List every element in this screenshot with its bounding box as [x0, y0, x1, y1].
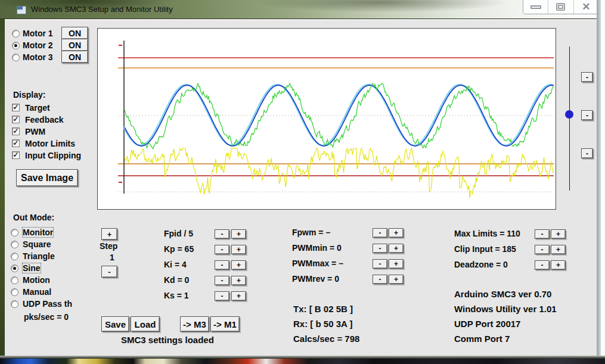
close-button[interactable]: ✕ [573, 0, 598, 14]
step-label: Step [100, 241, 117, 251]
ki-plus-button[interactable]: + [231, 260, 246, 270]
kp-minus-button[interactable]: - [215, 245, 229, 254]
taskbar-strip [0, 359, 605, 364]
ks-minus-button[interactable]: - [215, 291, 229, 301]
scale-slider-handle[interactable] [565, 110, 573, 119]
step-plus-button[interactable]: + [101, 228, 117, 240]
scale-upper-minus-button[interactable]: - [581, 72, 593, 82]
radio-sine-label: Sine [23, 263, 41, 273]
fpid-plus-button[interactable]: + [231, 229, 246, 239]
radio-square[interactable] [11, 241, 18, 248]
motor-3-label: Motor 3 [23, 52, 53, 62]
fpwm-minus-button[interactable]: - [373, 228, 387, 238]
pwmmax-plus-button[interactable]: + [389, 259, 404, 269]
settings-status-text: SMC3 settings loaded [121, 335, 214, 345]
kd-minus-button[interactable]: - [215, 276, 229, 285]
ki-minus-button[interactable]: - [215, 260, 229, 270]
radio-sine[interactable] [11, 265, 18, 272]
pwmmin-plus-button[interactable]: + [389, 244, 404, 253]
radio-udp-pass[interactable] [11, 300, 18, 308]
waveform-svg [98, 29, 556, 209]
fpwm-plus-button[interactable]: + [389, 228, 404, 238]
pwmrev-plus-button[interactable]: + [389, 275, 404, 284]
clip-input-value: Clip Input = 185 [454, 244, 516, 254]
pwmmax-value: PWMmax = – [292, 259, 343, 268]
window-controls: ✕ [523, 0, 599, 14]
load-button[interactable]: Load [131, 316, 160, 332]
radio-motion-label: Motion [23, 275, 50, 285]
ks-plus-button[interactable]: + [231, 291, 246, 301]
close-icon: ✕ [582, 2, 590, 12]
display-label: Display: [13, 90, 45, 99]
checkbox-input-clipping[interactable]: ✓ [12, 151, 20, 159]
checkbox-target[interactable]: ✓ [12, 104, 20, 111]
udp-port-text: UDP Port 20017 [454, 319, 520, 329]
checkbox-pwm[interactable]: ✓ [12, 127, 20, 135]
windows-utility-version-text: Windows Utility ver 1.01 [454, 304, 557, 314]
clip-input-plus-button[interactable]: + [551, 245, 566, 254]
pwmrev-minus-button[interactable]: - [373, 275, 387, 284]
max-limits-value: Max Limits = 110 [454, 229, 520, 238]
checkbox-target-label: Target [25, 103, 50, 113]
radio-monitor[interactable] [11, 229, 18, 237]
radio-motor-3[interactable] [12, 54, 20, 61]
scale-slider-track[interactable] [569, 46, 570, 191]
deadzone-plus-button[interactable]: + [551, 260, 566, 270]
deadzone-minus-button[interactable]: - [535, 260, 550, 270]
motor-2-on-button[interactable]: ON [61, 39, 88, 51]
radio-motor-1[interactable] [12, 30, 20, 38]
clip-input-minus-button[interactable]: - [535, 245, 550, 254]
checkbox-pwm-label: PWM [25, 127, 45, 136]
step-minus-button[interactable]: - [101, 266, 117, 278]
motor-1-label: Motor 1 [23, 29, 53, 38]
pwmmin-minus-button[interactable]: - [373, 244, 387, 253]
ki-value: Ki = 4 [164, 260, 187, 269]
fpid-minus-button[interactable]: - [215, 229, 229, 239]
kp-value: Kp = 65 [164, 244, 194, 254]
radio-udp-pass-label: UDP Pass th [23, 299, 72, 309]
fpwm-value: Fpwm = – [292, 228, 330, 237]
wave-feedback [125, 83, 554, 149]
maximize-icon [556, 3, 565, 11]
pks-per-sec-value: pks/sec = 0 [24, 312, 69, 322]
radio-manual[interactable] [11, 288, 18, 296]
pwmmax-minus-button[interactable]: - [373, 259, 387, 269]
kd-value: Kd = 0 [164, 275, 189, 285]
radio-monitor-label: Monitor [23, 228, 53, 237]
radio-triangle[interactable] [11, 253, 18, 260]
arduino-version-text: Arduino SMC3 ver 0.70 [454, 289, 551, 299]
pwmmin-value: PWMmin = 0 [292, 243, 342, 253]
motor-3-on-button[interactable]: ON [61, 51, 88, 63]
rx-value: Rx: [ b 50 3A ] [293, 319, 352, 329]
title-bar[interactable]: Windows SMC3 Setup and Monitor Utility [0, 0, 605, 19]
to-m1-button[interactable]: -> M1 [210, 316, 240, 332]
step-value: 1 [110, 253, 114, 262]
window-left-border [0, 19, 5, 357]
calcs-per-sec-value: Calcs/sec = 798 [293, 334, 359, 344]
kp-plus-button[interactable]: + [231, 245, 246, 254]
scale-middle-minus-button[interactable]: - [581, 110, 593, 120]
background-window-strip [601, 0, 605, 364]
out-mode-label: Out Mode: [13, 213, 54, 222]
checkbox-feedback-label: Feedback [25, 115, 64, 125]
radio-motion[interactable] [11, 276, 18, 284]
checkbox-feedback[interactable]: ✓ [12, 116, 20, 123]
maximize-button[interactable] [548, 0, 573, 14]
save-button[interactable]: Save [101, 316, 129, 332]
kd-plus-button[interactable]: + [231, 276, 246, 285]
to-m3-button[interactable]: -> M3 [180, 316, 209, 332]
radio-motor-2[interactable] [12, 42, 20, 49]
comm-port-text: Comm Port 7 [454, 334, 510, 344]
save-image-button[interactable]: Save Image [16, 169, 78, 186]
max-limits-plus-button[interactable]: + [551, 229, 566, 239]
app-icon [17, 6, 26, 14]
window-right-border [597, 0, 601, 364]
max-limits-minus-button[interactable]: - [535, 229, 550, 239]
scale-lower-minus-button[interactable]: - [581, 148, 593, 158]
checkbox-motor-limits[interactable]: ✓ [12, 139, 20, 147]
motor-1-on-button[interactable]: ON [61, 27, 88, 39]
minimize-button[interactable] [523, 0, 548, 14]
wave-pwm [125, 148, 554, 198]
checkbox-input-clipping-label: Input Clipping [25, 151, 81, 160]
radio-manual-label: Manual [23, 287, 51, 297]
